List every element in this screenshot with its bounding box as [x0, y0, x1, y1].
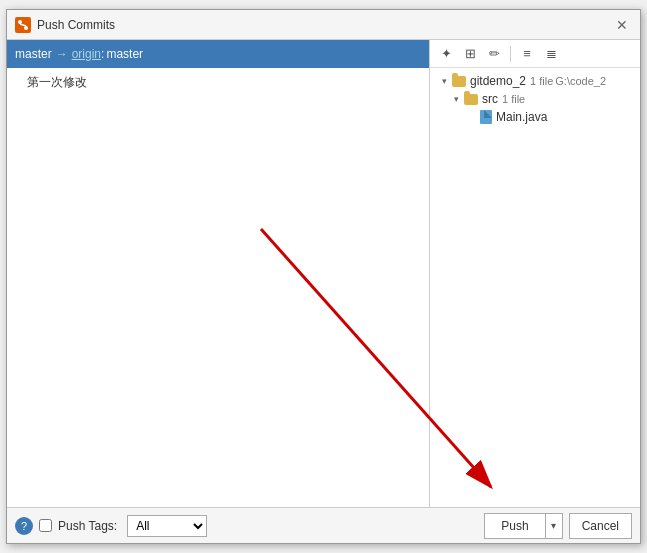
folder-path: G:\code_2 [555, 75, 606, 87]
tree-item-gitdemo2[interactable]: ▾ gitdemo_2 1 file G:\code_2 [430, 72, 640, 90]
java-file-icon [480, 110, 492, 124]
src-label: src [482, 92, 498, 106]
remote-label[interactable]: origin [72, 47, 101, 61]
push-commits-dialog: Push Commits ✕ master → origin : master … [6, 9, 641, 544]
commit-message: 第一次修改 [27, 75, 87, 89]
list-item: 第一次修改 [7, 70, 429, 95]
separator [510, 46, 511, 62]
dialog-title: Push Commits [37, 18, 612, 32]
file-count: 1 file [530, 75, 553, 87]
tree-item-src[interactable]: ▾ src 1 file [430, 90, 640, 108]
src-count: 1 file [502, 93, 525, 105]
local-branch: master [15, 47, 52, 61]
align-left-icon[interactable]: ≡ [517, 44, 537, 64]
left-panel: master → origin : master 第一次修改 [7, 40, 430, 507]
edit-icon[interactable]: ✏ [484, 44, 504, 64]
commits-list: 第一次修改 [7, 68, 429, 507]
help-button[interactable]: ? [15, 517, 33, 535]
tree-item-main-java[interactable]: ▾ Main.java [430, 108, 640, 126]
svg-point-1 [24, 26, 28, 30]
file-label: Main.java [496, 110, 547, 124]
remote-branch: master [106, 47, 143, 61]
branch-header: master → origin : master [7, 40, 429, 68]
push-tags-group: Push Tags: All [39, 515, 207, 537]
right-panel: ✦ ⊞ ✏ ≡ ≣ ▾ gitdemo_2 1 file G:\code_2 [430, 40, 640, 507]
tree-toggle-src[interactable]: ▾ [450, 93, 462, 105]
right-toolbar: ✦ ⊞ ✏ ≡ ≣ [430, 40, 640, 68]
content-area: master → origin : master 第一次修改 ✦ [7, 40, 640, 507]
branch-arrow: → [56, 47, 68, 61]
align-right-icon[interactable]: ≣ [541, 44, 561, 64]
svg-point-0 [18, 20, 22, 24]
close-button[interactable]: ✕ [612, 15, 632, 35]
svg-line-2 [20, 24, 26, 26]
file-tree: ▾ gitdemo_2 1 file G:\code_2 ▾ src 1 fil… [430, 68, 640, 507]
push-dropdown-button[interactable]: ▾ [545, 513, 563, 539]
cancel-button[interactable]: Cancel [569, 513, 632, 539]
folder-icon [452, 76, 466, 87]
tree-view-icon[interactable]: ⊞ [460, 44, 480, 64]
tree-toggle[interactable]: ▾ [438, 75, 450, 87]
push-button[interactable]: Push [484, 513, 544, 539]
push-tags-label: Push Tags: [58, 519, 117, 533]
help-icon: ? [21, 520, 27, 532]
tags-dropdown[interactable]: All [127, 515, 207, 537]
folder-label: gitdemo_2 [470, 74, 526, 88]
bottom-bar: ? Push Tags: All Push ▾ Cancel [7, 507, 640, 543]
branch-colon: : [101, 47, 104, 61]
push-tags-checkbox[interactable] [39, 519, 52, 532]
bottom-actions: Push ▾ Cancel [484, 513, 632, 539]
src-folder-icon [464, 94, 478, 105]
title-bar: Push Commits ✕ [7, 10, 640, 40]
push-button-group: Push ▾ [484, 513, 562, 539]
app-icon [15, 17, 31, 33]
pin-icon[interactable]: ✦ [436, 44, 456, 64]
